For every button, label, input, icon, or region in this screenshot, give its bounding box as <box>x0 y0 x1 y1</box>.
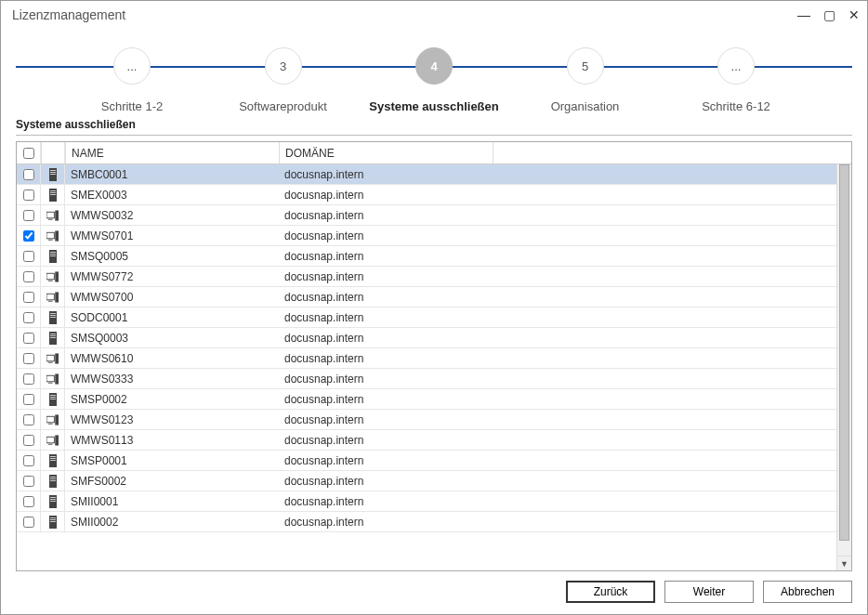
row-checkbox[interactable] <box>23 496 34 507</box>
row-checkbox-cell <box>17 328 41 347</box>
table-body: SMBC0001docusnap.internSMEX0003docusnap.… <box>17 164 851 570</box>
server-icon <box>41 512 65 531</box>
row-name: WMWS0333 <box>65 369 279 388</box>
table-row[interactable]: SMEX0003docusnap.intern <box>17 185 851 205</box>
maximize-icon[interactable]: ▢ <box>823 8 835 21</box>
svg-rect-31 <box>50 337 56 338</box>
row-checkbox[interactable] <box>23 251 34 262</box>
row-domain: docusnap.intern <box>279 451 493 470</box>
row-checkbox-cell <box>17 430 41 450</box>
svg-rect-54 <box>50 478 56 479</box>
wizard-stepper: ...Schritte 1-23Softwareprodukt4Systeme … <box>16 29 852 112</box>
row-checkbox[interactable] <box>23 190 34 201</box>
row-checkbox[interactable] <box>23 455 34 466</box>
table-row[interactable]: WMWS0123docusnap.intern <box>17 410 851 430</box>
table-row[interactable]: SMFS0002docusnap.intern <box>17 471 851 491</box>
vertical-scrollbar[interactable]: ▼ <box>836 164 851 570</box>
row-checkbox[interactable] <box>23 210 34 221</box>
wizard-step-0[interactable]: ...Schritte 1-2 <box>62 47 202 113</box>
table-row[interactable]: SMSQ0003docusnap.intern <box>17 328 851 348</box>
row-checkbox[interactable] <box>23 312 34 323</box>
row-name: SMSP0001 <box>65 451 279 470</box>
window-controls: — ▢ ✕ <box>797 8 860 21</box>
step-circle: 4 <box>415 47 453 85</box>
svg-rect-58 <box>50 499 56 500</box>
row-domain: docusnap.intern <box>279 226 493 245</box>
row-domain: docusnap.intern <box>279 471 493 491</box>
table-row[interactable]: WMWS0333docusnap.intern <box>17 369 851 389</box>
row-checkbox[interactable] <box>23 230 34 242</box>
wizard-step-2[interactable]: 4Systeme ausschließen <box>364 47 504 113</box>
svg-rect-9 <box>48 218 53 219</box>
row-name: SODC0001 <box>65 308 279 327</box>
row-checkbox[interactable] <box>23 517 34 528</box>
server-icon <box>41 164 65 184</box>
svg-rect-32 <box>46 355 54 361</box>
row-checkbox[interactable] <box>23 476 34 487</box>
table-row[interactable]: WMWS0772docusnap.intern <box>17 267 851 287</box>
row-name: WMWS0113 <box>65 430 279 450</box>
workstation-icon <box>41 410 65 429</box>
workstation-icon <box>41 287 65 307</box>
table-row[interactable]: SMSP0002docusnap.intern <box>17 389 851 410</box>
table-row[interactable]: WMWS0113docusnap.intern <box>17 430 851 451</box>
svg-rect-45 <box>46 437 54 443</box>
svg-rect-7 <box>50 194 56 195</box>
header-icon-cell <box>41 142 65 164</box>
svg-rect-1 <box>50 170 56 171</box>
row-domain: docusnap.intern <box>279 491 493 511</box>
table-row[interactable]: SMSP0001docusnap.intern <box>17 451 851 471</box>
row-checkbox[interactable] <box>23 292 34 303</box>
svg-rect-26 <box>50 315 56 316</box>
table-row[interactable]: WMWS0700docusnap.intern <box>17 287 851 308</box>
wizard-step-4[interactable]: ...Schritte 6-12 <box>666 47 806 113</box>
row-spacer <box>493 512 851 531</box>
step-circle: ... <box>717 47 755 85</box>
scrollbar-thumb[interactable] <box>839 164 849 541</box>
table-row[interactable]: SMII0002docusnap.intern <box>17 512 851 532</box>
close-icon[interactable]: ✕ <box>848 8 860 21</box>
row-checkbox[interactable] <box>23 353 34 364</box>
section-title: Systeme ausschließen <box>16 118 852 131</box>
table-row[interactable]: SMBC0001docusnap.intern <box>17 164 851 185</box>
svg-rect-50 <box>50 458 56 459</box>
row-checkbox[interactable] <box>23 333 34 344</box>
wizard-step-3[interactable]: 5Organisation <box>516 47 655 113</box>
table-row[interactable]: SMII0001docusnap.intern <box>17 491 851 512</box>
header-domain[interactable]: DOMÄNE <box>279 142 493 164</box>
row-checkbox[interactable] <box>23 169 34 180</box>
wizard-step-1[interactable]: 3Softwareprodukt <box>214 47 353 113</box>
row-spacer <box>493 348 851 368</box>
table-row[interactable]: SODC0001docusnap.intern <box>17 308 851 328</box>
table-row[interactable]: SMSQ0005docusnap.intern <box>17 246 851 267</box>
row-spacer <box>493 328 851 347</box>
minimize-icon[interactable]: — <box>797 8 810 21</box>
table-row[interactable]: WMWS0610docusnap.intern <box>17 348 851 369</box>
next-button[interactable]: Weiter <box>664 581 754 603</box>
row-checkbox-cell <box>17 491 41 511</box>
svg-rect-18 <box>46 273 54 280</box>
row-checkbox[interactable] <box>23 271 34 282</box>
systems-table: NAME DOMÄNE SMBC0001docusnap.internSMEX0… <box>16 141 852 571</box>
scrollbar-down-icon[interactable]: ▼ <box>837 556 851 570</box>
select-all-checkbox[interactable] <box>23 148 34 159</box>
row-domain: docusnap.intern <box>279 348 493 368</box>
svg-rect-42 <box>46 416 54 423</box>
table-row[interactable]: WMWS0701docusnap.intern <box>17 226 851 246</box>
back-button[interactable]: Zurück <box>566 581 655 603</box>
table-row[interactable]: WMWS0032docusnap.intern <box>17 205 851 226</box>
svg-rect-61 <box>50 517 56 518</box>
header-name[interactable]: NAME <box>65 142 279 164</box>
row-name: WMWS0700 <box>65 287 279 307</box>
svg-rect-51 <box>50 460 56 461</box>
row-name: SMEX0003 <box>65 185 279 204</box>
cancel-button[interactable]: Abbrechen <box>763 581 852 603</box>
row-checkbox[interactable] <box>23 435 34 446</box>
row-spacer <box>493 471 851 491</box>
svg-rect-3 <box>50 174 56 175</box>
window-title: Lizenzmanagement <box>12 7 125 22</box>
row-checkbox-cell <box>17 308 41 327</box>
row-checkbox[interactable] <box>23 394 34 405</box>
row-checkbox[interactable] <box>23 373 34 385</box>
row-checkbox[interactable] <box>23 414 34 425</box>
